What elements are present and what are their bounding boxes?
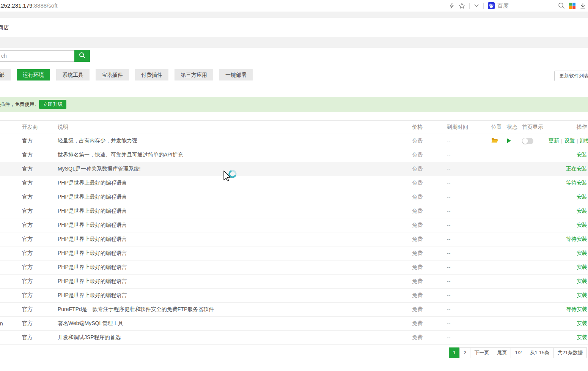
tab-item-6[interactable]: 一键部署	[219, 69, 253, 81]
description-cell: PHP是世界上最好的编程语言	[58, 292, 412, 299]
table-row[interactable]: 官方 PHP是世界上最好的编程语言 免费 -- 等待安装	[0, 176, 588, 190]
description-cell: PHP是世界上最好的编程语言	[58, 208, 412, 215]
action-separator: |	[577, 138, 578, 144]
header-location: 位置	[491, 124, 507, 131]
search-engine-chip[interactable]: 百度	[488, 2, 509, 9]
tab-item-2[interactable]: 系统工具	[56, 69, 90, 81]
homepage-toggle[interactable]	[522, 138, 533, 144]
table-row[interactable]: n 官方 著名Web端MySQL管理工具 免费 -- 安装	[0, 317, 588, 331]
description-cell: MySQL是一种关系数据库管理系统!	[58, 166, 412, 172]
install-action-link[interactable]: 安装	[577, 320, 587, 326]
installed-action-link[interactable]: 卸载	[580, 137, 588, 144]
open-folder-icon[interactable]	[491, 137, 498, 144]
title-band: 商店	[0, 18, 588, 37]
pagination-item[interactable]: 尾页	[493, 347, 511, 358]
install-action-link[interactable]: 安装	[577, 250, 587, 256]
price-cell: 免费	[412, 180, 447, 186]
expiry-cell: --	[447, 166, 491, 172]
pagination-item[interactable]: 1	[449, 347, 460, 358]
action-cell: 更新|设置|卸载	[549, 137, 588, 144]
table-row[interactable]: 官方 PHP是世界上最好的编程语言 免费 -- 安装	[0, 190, 588, 204]
action-cell: 正在安装	[549, 166, 588, 172]
install-action-link[interactable]: 等待安装	[566, 180, 587, 186]
search-engine-label: 百度	[497, 2, 509, 9]
table-row[interactable]: 官方 PHP是世界上最好的编程语言 免费 -- 安装	[0, 246, 588, 260]
table-row[interactable]: 官方 轻量级，占有内存少，并发能力强 免费 -- 更新|设置|卸载	[0, 134, 588, 148]
price-cell: 免费	[412, 166, 447, 172]
flash-icon[interactable]	[449, 3, 454, 9]
install-action-link[interactable]: 安装	[577, 208, 587, 214]
developer-cell: 官方	[22, 278, 58, 285]
expiry-cell: --	[447, 180, 491, 186]
table-row[interactable]: 官方 PHP是世界上最好的编程语言 免费 -- 安装	[0, 289, 588, 303]
software-name-cell: n	[0, 320, 22, 327]
header-description: 说明	[58, 124, 412, 131]
table-row[interactable]: 官方 PHP是世界上最好的编程语言 免费 -- 安装	[0, 218, 588, 232]
header-homepage-display: 首页显示	[522, 124, 549, 131]
software-name-remnant: n	[0, 320, 3, 327]
header-price: 价格	[412, 124, 447, 131]
install-action-link[interactable]: 正在安装	[566, 166, 587, 172]
description-cell: 世界排名第一，快速、可靠并且可通过简单的API扩充	[58, 152, 412, 158]
table-row[interactable]: 官方 PHP是世界上最好的编程语言 免费 -- 等待安装	[0, 232, 588, 246]
developer-cell: 官方	[22, 166, 58, 172]
action-cell: 安装	[549, 264, 588, 271]
action-cell: 等待安装	[549, 236, 588, 243]
table-row[interactable]: 官方 PHP是世界上最好的编程语言 免费 -- 安装	[0, 260, 588, 275]
description-cell: 著名Web端MySQL管理工具	[58, 320, 412, 327]
url-text[interactable]: .252.231.179:8888/soft	[0, 2, 57, 9]
tab-item-5[interactable]: 第三方应用	[175, 69, 213, 81]
expiry-cell: --	[447, 208, 491, 214]
header-expiry: 到期时间	[447, 124, 491, 131]
apps-grid-icon[interactable]	[569, 3, 575, 9]
install-action-link[interactable]: 安装	[577, 194, 587, 200]
chevron-down-icon[interactable]	[474, 4, 479, 8]
header-developer: 开发商	[22, 124, 58, 131]
install-action-link[interactable]: 等待安装	[566, 306, 587, 312]
pagination-item[interactable]: 2	[459, 347, 470, 358]
play-icon[interactable]	[507, 138, 511, 144]
install-action-link[interactable]: 等待安装	[566, 236, 587, 242]
expiry-cell: --	[447, 222, 491, 228]
expiry-cell: --	[447, 138, 491, 144]
install-action-link[interactable]: 安装	[577, 292, 587, 298]
install-action-link[interactable]: 安装	[577, 152, 587, 158]
tab-item-0[interactable]: 全部	[0, 69, 11, 81]
expiry-cell: --	[447, 236, 491, 242]
table-row[interactable]: 官方 PHP是世界上最好的编程语言 免费 -- 安装	[0, 275, 588, 289]
tab-item-4[interactable]: 付费插件	[135, 69, 168, 81]
developer-cell: 官方	[22, 152, 58, 158]
upgrade-banner: 插件，免费使用。 立即升级	[0, 97, 588, 112]
installed-action-link[interactable]: 更新	[549, 137, 559, 144]
developer-cell: 官方	[22, 334, 58, 341]
install-action-link[interactable]: 安装	[577, 264, 587, 270]
table-row[interactable]: 官方 PHP是世界上最好的编程语言 免费 -- 安装	[0, 204, 588, 218]
search-icon[interactable]	[558, 2, 565, 9]
pagination-item[interactable]: 共21条数据	[553, 347, 587, 358]
table-row[interactable]: 官方 PureFTPd是一款专注于程序健壮和软件安全的免费FTP服务器软件 免费…	[0, 303, 588, 317]
pagination-item[interactable]: 从1-15条	[526, 347, 554, 358]
tab-item-1[interactable]: 运行环境	[17, 69, 50, 81]
install-action-link[interactable]: 安装	[577, 222, 587, 228]
table-row[interactable]: 官方 开发和调试JSP程序的首选 免费 -- 安装	[0, 331, 588, 345]
star-icon[interactable]	[459, 3, 465, 9]
install-action-link[interactable]: 安装	[577, 334, 587, 340]
url-host: .252.231.179	[0, 2, 33, 9]
upgrade-now-button[interactable]: 立即升级	[39, 100, 66, 109]
update-software-list-button[interactable]: 更新软件列表	[554, 71, 588, 81]
table-row[interactable]: 官方 世界排名第一，快速、可靠并且可通过简单的API扩充 免费 -- 安装	[0, 148, 588, 162]
price-cell: 免费	[412, 194, 447, 200]
search-input[interactable]	[0, 50, 75, 62]
tab-item-3[interactable]: 宝塔插件	[96, 69, 129, 81]
install-action-link[interactable]: 安装	[577, 278, 587, 284]
action-cell: 安装	[549, 222, 588, 229]
table-row[interactable]: 官方 MySQL是一种关系数据库管理系统! 免费 -- 正在安装	[0, 162, 588, 176]
search-button[interactable]	[74, 50, 90, 62]
download-icon[interactable]	[580, 3, 586, 9]
header-action: 操作	[549, 124, 588, 131]
pagination-item[interactable]: 下一页	[470, 347, 493, 358]
price-cell: 免费	[412, 137, 447, 144]
installed-action-link[interactable]: 设置	[564, 137, 575, 144]
developer-cell: 官方	[22, 222, 58, 229]
pagination-item[interactable]: 1/2	[511, 347, 526, 358]
